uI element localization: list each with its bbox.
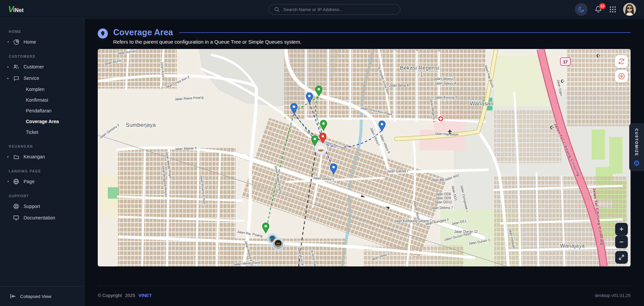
map-town-label: Bekasi Regensi <box>400 65 439 71</box>
topbar: V iNet 13 <box>0 0 644 19</box>
sidebar-child-label: Coverage Area <box>26 119 59 124</box>
sidebar-item-documentation[interactable]: Documentation <box>0 212 84 223</box>
map-zoom-in-button[interactable]: + <box>615 223 628 236</box>
sidebar-item-label: Home <box>24 39 36 45</box>
sidebar-item-komplen[interactable]: Komplen <box>0 84 84 95</box>
sidebar-child-label: Pendaftaran <box>26 108 51 113</box>
sidebar-item-keuangan[interactable]: ▸ Keuangan <box>0 151 84 162</box>
section-label-landing-page: LANDING PAGE <box>9 169 84 173</box>
map-canvas[interactable]: SumberjayaBekasi Regensi1WanasariWanajay… <box>98 49 631 266</box>
svg-text:☪: ☪ <box>561 79 565 84</box>
map-town-label: Wanajaya <box>560 243 585 249</box>
map-add-location-button[interactable] <box>615 70 628 83</box>
collapse-view-toggle[interactable]: Collapsed View <box>0 286 84 306</box>
theme-toggle-button[interactable] <box>575 3 588 16</box>
svg-text:☪: ☪ <box>596 53 601 58</box>
life-ring-icon <box>13 203 19 210</box>
map-street-label: Jalan Jatayu 7 <box>434 77 456 81</box>
map-poi-mosque-icon: ☪ <box>561 79 565 84</box>
sidebar-item-support[interactable]: Support <box>0 201 84 212</box>
sidebar-item-konfirmasi[interactable]: Konfirmasi <box>0 95 84 105</box>
section-label-support: SUPPORT <box>9 194 84 198</box>
global-search[interactable] <box>269 4 400 15</box>
customize-tab[interactable]: CUSTOMIZE ⚙ <box>629 123 644 171</box>
chevron-down-icon: ▾ <box>7 40 13 44</box>
globe-icon <box>13 178 19 185</box>
sidebar-item-label: Documentation <box>24 215 55 220</box>
section-label-keuangan: KEUANGAN <box>9 144 84 148</box>
copyright-text: © Copyright 2025 VINET <box>98 293 152 298</box>
gear-icon: ⚙ <box>633 160 640 167</box>
sidebar-item-label: Page <box>24 179 35 184</box>
brand-logo-v: V <box>8 4 13 14</box>
moon-icon <box>577 6 585 13</box>
sidebar-item-home[interactable]: ▾ Home <box>0 36 84 48</box>
footer-brand-link[interactable]: VINET <box>138 293 152 298</box>
sidebar-item-label: Service <box>24 75 39 81</box>
coverage-map[interactable]: SumberjayaBekasi Regensi1WanasariWanajay… <box>98 49 631 266</box>
route-refresh-icon <box>618 58 625 65</box>
map-poi-mosque-icon: ☪ <box>596 53 601 58</box>
map-street-label: Jalan Garnet I <box>387 169 408 173</box>
circle-plus-icon <box>617 72 626 80</box>
content-footer: © Copyright 2025 VINET desktop v01.01.25 <box>98 286 631 298</box>
topbar-actions: 13 <box>575 3 636 16</box>
monitor-icon <box>13 214 19 221</box>
copyright-year: 2025 <box>125 293 135 298</box>
page-title: Coverage Area <box>113 28 173 37</box>
sidebar-child-label: Konfirmasi <box>26 97 48 103</box>
map-poi-hospital-icon <box>438 116 443 121</box>
main-content: Coverage Area Refers to the parent queue… <box>84 19 644 306</box>
map-fullscreen-button[interactable] <box>615 251 628 264</box>
sidebar-item-label: Customer <box>24 64 44 69</box>
customize-label: CUSTOMIZE <box>635 129 639 156</box>
sidebar-item-customer[interactable]: ▸ Customer <box>0 61 84 72</box>
sidebar-item-coverage-area[interactable]: Coverage Area <box>0 116 84 127</box>
app-version: desktop v01.01.25 <box>595 293 631 298</box>
sidebar: HOME ▾ Home CUSTOMERS ▸ <box>0 19 84 306</box>
user-avatar[interactable] <box>623 3 636 16</box>
sidebar-item-label: Support <box>24 204 40 209</box>
chevron-down-icon: ▾ <box>7 180 13 183</box>
user-avatar-photo <box>623 3 636 16</box>
map-street-label: Jalan Bima 4 <box>389 84 409 87</box>
map-street-label: Jalan Jatayu 4 <box>434 82 456 85</box>
section-label-home: HOME <box>9 30 84 34</box>
copyright-prefix: © Copyright <box>98 293 122 298</box>
notifications-button[interactable]: 13 <box>594 5 602 13</box>
grid-icon <box>609 6 616 13</box>
pie-chart-icon <box>13 39 19 45</box>
sidebar-item-service[interactable]: ▸ Service <box>0 72 84 84</box>
sidebar-item-page[interactable]: ▾ Page <box>0 176 84 187</box>
sidebar-item-ticket[interactable]: Ticket <box>0 127 84 138</box>
search-input[interactable] <box>283 7 395 12</box>
coverage-pin-icon <box>98 29 108 39</box>
section-label-customers: CUSTOMERS <box>9 54 84 58</box>
expand-icon <box>618 254 625 260</box>
notification-badge: 13 <box>599 3 606 9</box>
search-icon <box>274 6 280 12</box>
sidebar-item-label: Keuangan <box>24 154 45 159</box>
title-divider <box>179 32 631 33</box>
sidebar-item-pendaftaran[interactable]: Pendaftaran <box>0 105 84 116</box>
brand-logo[interactable]: V iNet <box>8 4 84 14</box>
chevron-right-icon: ▸ <box>7 76 13 80</box>
map-street-label: Jalan DD9 <box>435 196 451 200</box>
map-customer-avatar[interactable] <box>272 238 285 251</box>
collapse-left-icon <box>9 293 16 300</box>
map-town-label: Wanasari <box>470 101 493 106</box>
sidebar-child-label: Ticket <box>26 130 38 135</box>
map-town-label: Sumberjaya <box>126 122 156 128</box>
map-route-refresh-button[interactable] <box>615 55 628 68</box>
chevron-right-icon: ▸ <box>7 65 13 68</box>
map-zoom-out-button[interactable]: − <box>615 236 628 248</box>
sidebar-child-label: Komplen <box>26 87 44 92</box>
folder-icon <box>13 153 19 160</box>
chat-bubble-icon <box>13 75 19 82</box>
map-street-label: Jalan DD10 <box>434 200 452 204</box>
collapse-view-label: Collapsed View <box>20 294 51 299</box>
map-street-label: Jalan Kresna 1 <box>435 96 457 99</box>
svg-text:☪: ☪ <box>550 125 554 130</box>
apps-grid-button[interactable] <box>609 6 616 13</box>
route-shield-number: 17 <box>563 60 568 64</box>
